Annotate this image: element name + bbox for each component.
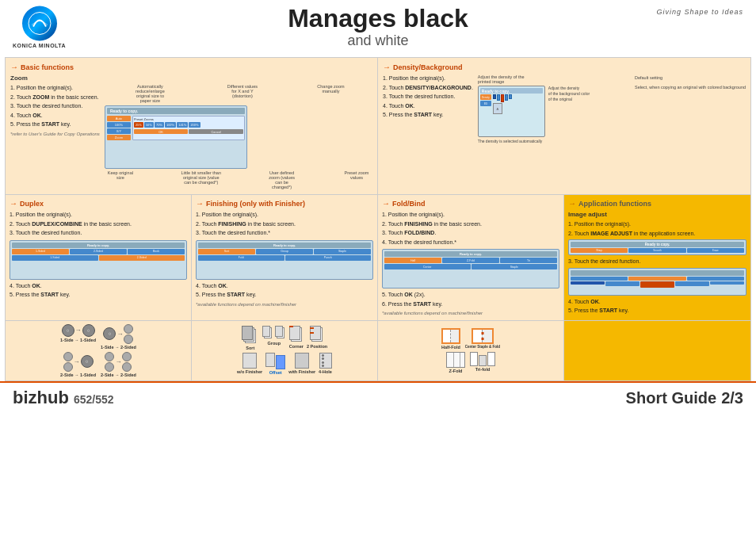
density-bar-2: [497, 94, 500, 101]
app-screen-2-btns: [571, 277, 744, 281]
fold-step-4: 4. Touch the desired function.*: [382, 239, 559, 247]
finishing-icons: Sort Group: [192, 321, 378, 380]
circ-1s-2s-src: ○: [103, 327, 116, 340]
zoom-ok[interactable]: OK: [134, 129, 189, 134]
basic-steps: 1. Position the original(s). 2. Touch ZO…: [10, 84, 100, 189]
fold-title-bar: → Fold/Bind: [382, 199, 559, 208]
fold-btn-z[interactable]: Z-Fold: [442, 258, 499, 263]
duplex-out-1[interactable]: 1-Sided: [12, 255, 98, 261]
icon-z-fold-img: [446, 352, 465, 368]
finishing-arrow-icon: →: [196, 199, 204, 208]
density-btn-bg[interactable]: BG: [480, 101, 491, 106]
icon-center-staple-label: Center Staple & Fold: [465, 345, 500, 349]
icon-corner-label: Corner: [289, 344, 304, 349]
app-bottom-placeholder: [657, 348, 659, 353]
arrow-1s-1s: →: [75, 327, 82, 334]
footer-model: 652/552: [74, 393, 114, 406]
finishing-btn-punch[interactable]: Punch: [285, 255, 372, 261]
density-steps: 1. Position the original(s). 2. Touch DE…: [383, 75, 473, 143]
icon-1s2s-label: 1-Side → 2-Sided: [101, 345, 136, 350]
icon-1s-1s: ○ → ○ 1-Side → 1-Sided: [60, 324, 96, 350]
fold-icons-top: Half-Fold Center Staple & Fold: [441, 328, 500, 350]
icon-group: Group: [262, 326, 286, 350]
density-step-4: 4. Touch OK.: [383, 102, 473, 111]
duplex-screen: Ready to copy. 1-Sided 2-Sided Book 1-Si…: [10, 240, 187, 280]
fold-step-3: 3. Touch FOLD/BIND.: [382, 229, 559, 238]
fold-btn-tri[interactable]: Tri: [500, 258, 557, 263]
basic-steps-list: 1. Position the original(s). 2. Touch ZO…: [10, 84, 100, 129]
density-bars: [493, 94, 543, 102]
finishing-btn-fold[interactable]: Fold: [198, 255, 284, 261]
finishing-btn-sort[interactable]: Sort: [198, 249, 255, 254]
duplex-step-5: 5. Press the START key.: [10, 291, 187, 300]
btn-xy[interactable]: X/Y: [107, 128, 131, 134]
arrow-2s-1s: →: [74, 358, 80, 365]
btn-manual[interactable]: Zoom: [107, 135, 131, 140]
icon-group-stack1: [262, 326, 273, 340]
duplex-btn-1[interactable]: 1-Sided: [12, 249, 69, 254]
app-btn-smooth[interactable]: Smooth: [628, 248, 685, 253]
circ-2s2s-src1: [105, 352, 114, 361]
basic-title-bar: → Basic functions: [10, 63, 372, 71]
app-screen-bar2: [605, 281, 640, 286]
zoom-preset-2[interactable]: 50%: [144, 122, 154, 128]
icon-1s1s-label: 1-Side → 1-Sided: [60, 338, 96, 342]
app-step-1: 1. Position the original(s).: [568, 220, 746, 229]
circ-2s2s-dst2: [122, 362, 132, 372]
zoom-preset-3[interactable]: 70%: [155, 122, 164, 128]
ann-select-colored: Select, when copying an original with co…: [635, 84, 746, 90]
finishing-btn-staple[interactable]: Staple: [314, 249, 371, 254]
icon-sort-img: [242, 326, 259, 345]
app-steps-2: 3. Touch the desired function.: [568, 258, 746, 266]
fold-btn-half[interactable]: Half: [384, 258, 441, 263]
main-title: Manages black: [288, 5, 468, 32]
density-visual: Adjust the density of the printed image …: [478, 75, 630, 143]
icon-center-staple-img: [472, 328, 494, 344]
icon-tri-fold-img: [470, 352, 495, 366]
zoom-preset-1[interactable]: 25%: [134, 122, 143, 128]
app-step-2: 2. Touch IMAGE ADJUST in the application…: [568, 230, 746, 239]
app-btn-sharp[interactable]: Sharp: [571, 248, 628, 253]
fold-step-2: 2. Touch FINISHING in the basic screen.: [382, 220, 559, 229]
duplex-btn-2[interactable]: 2-Sided: [70, 249, 127, 254]
icon-half-fold-img: [441, 328, 460, 344]
icon-4hole-img: [319, 353, 332, 369]
icon-with-finisher: with Finisher: [288, 353, 315, 375]
duplex-out-2[interactable]: 2-Sided: [99, 255, 185, 261]
app-step-5: 5. Press the START key.: [568, 307, 746, 315]
btn-auto[interactable]: Auto: [107, 116, 131, 121]
fold-btn-staple[interactable]: Staple: [472, 264, 558, 269]
paper-group-2a: [275, 326, 283, 337]
btn-zoom-val[interactable]: 100%: [107, 122, 131, 128]
duplex-btn-3[interactable]: Book: [128, 249, 185, 254]
icon-1s-2s: ○ → 1-Side → 2-Sided: [101, 324, 136, 350]
zoom-cancel[interactable]: Cancel: [189, 129, 243, 134]
zoom-preset-5[interactable]: 141%: [177, 122, 188, 128]
finishing-btn-group[interactable]: Group: [256, 249, 313, 254]
duplex-screen-btns: 1-Sided 2-Sided Book: [12, 249, 185, 254]
zoom-preset-6[interactable]: 200%: [189, 122, 200, 128]
finishing-step-2: 2. Touch FINISHING in the basic screen.: [196, 220, 373, 229]
finishing-step-1: 1. Position the original(s).: [196, 211, 373, 220]
app-screen-2-btn3: [687, 277, 744, 281]
fold-btn-center[interactable]: Center: [384, 264, 471, 269]
icon-z-fold: Z-Fold: [446, 352, 465, 373]
app-steps-3: 4. Touch OK. 5. Press the START key.: [568, 298, 746, 315]
staple-2pos-1: [310, 327, 314, 329]
app-screen-bar4: [675, 281, 709, 286]
density-btn-density[interactable]: Density: [480, 94, 491, 100]
duplex-icons: ○ → ○ 1-Side → 1-Sided ○ →: [6, 321, 192, 380]
zoom-preset-4[interactable]: 100%: [165, 122, 176, 128]
top-row: → Basic functions Zoom 1. Position the o…: [5, 57, 751, 195]
app-screen-1: Ready to copy. Sharp Smooth Erase: [568, 239, 746, 255]
icon-2s2s-label: 2-Side → 2-Sided: [101, 373, 136, 377]
fold-btns-row2: Center Staple: [384, 264, 557, 269]
app-arrow-icon: →: [568, 199, 576, 208]
icon-2s-1s-img: → ○: [63, 352, 94, 372]
ann-default: Default setting: [635, 75, 746, 81]
page-header: KONICA MINOLTA Manages black and white G…: [0, 0, 756, 54]
circ-2s-src1: [63, 352, 73, 361]
app-btn-erase[interactable]: Erase: [687, 248, 744, 253]
staple-corner: [289, 326, 293, 327]
density-right-ann: Default setting Select, when copying an …: [635, 75, 746, 143]
